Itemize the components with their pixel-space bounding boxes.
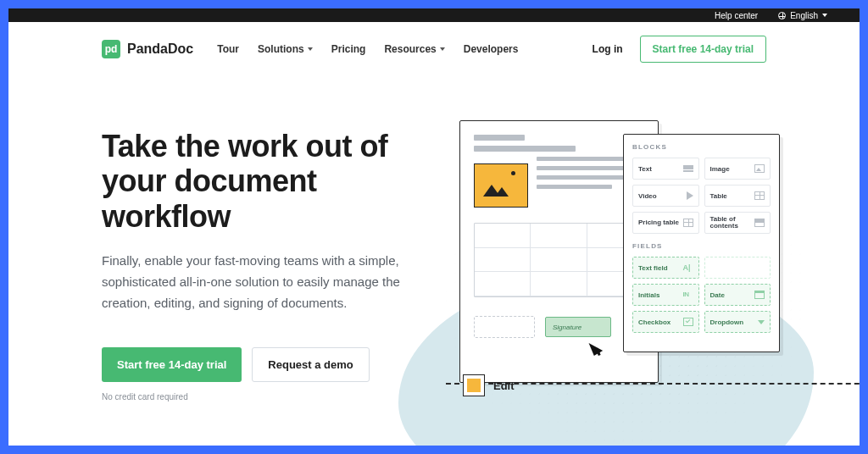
nav-start-trial-button[interactable]: Start free 14-day trial [640,36,766,63]
text-icon [683,165,693,172]
nav-tour[interactable]: Tour [217,43,239,55]
start-trial-button[interactable]: Start free 14-day trial [102,347,242,382]
nav-solutions[interactable]: Solutions [258,43,313,55]
chevron-down-icon [440,47,445,51]
edit-step-marker: Edit [463,374,515,396]
hero-headline: Take the work out of your document workf… [102,129,407,234]
language-selector[interactable]: English [778,11,827,20]
nav-menu: Tour Solutions Pricing Resources Develop… [217,43,518,55]
nav-developers[interactable]: Developers [464,43,519,55]
table-block [474,223,644,297]
signature-field[interactable]: Signature [545,317,611,337]
video-icon [687,191,693,200]
editor-side-panel: BLOCKS Text Image Video Table Pricing ta… [623,134,780,352]
edit-step-label: Edit [493,379,515,392]
checkbox-icon [683,318,693,326]
field-dropdown[interactable]: Dropdown [704,311,771,333]
field-checkbox[interactable]: Checkbox [632,311,699,333]
main-nav: pd PandaDoc Tour Solutions Pricing Resou… [8,22,860,63]
nav-pricing[interactable]: Pricing [331,43,366,55]
toc-icon [754,219,765,227]
block-image[interactable]: Image [704,158,771,180]
nav-resources[interactable]: Resources [384,43,444,55]
step-marker-icon [463,374,485,396]
initials-icon: IN [683,291,693,299]
hero-footnote: No credit card required [102,392,407,401]
dropdown-icon [758,320,765,324]
fields-heading: FIELDS [632,242,771,250]
text-field-icon: A| [683,263,693,272]
image-block-icon [474,163,528,208]
hero-illustration: Signature BLOCKS Text Image Video Table … [415,129,860,446]
logo-mark-icon: pd [102,40,120,58]
block-text[interactable]: Text [632,158,699,180]
hero-subhead: Finally, enable your fast-moving teams w… [102,251,407,313]
field-text[interactable]: Text fieldA| [632,257,699,279]
request-demo-button[interactable]: Request a demo [252,347,369,382]
calendar-icon [754,291,765,299]
signature-label: Signature [553,324,581,331]
utility-bar: Help center English [8,8,860,22]
language-label: English [790,11,818,20]
hero-copy: Take the work out of your document workf… [102,129,407,446]
login-link[interactable]: Log in [593,43,623,55]
block-toc[interactable]: Table of contents [704,212,771,234]
globe-icon [778,12,786,19]
field-date[interactable]: Date [704,284,771,306]
brand-logo[interactable]: pd PandaDoc [102,40,193,58]
table-icon [754,191,765,200]
chevron-down-icon [822,14,827,17]
empty-field-placeholder [474,316,535,338]
block-video[interactable]: Video [632,185,699,207]
pricing-table-icon [683,219,693,227]
block-table[interactable]: Table [704,185,771,207]
image-icon [754,164,765,173]
block-pricing-table[interactable]: Pricing table [632,212,699,234]
field-empty[interactable] [704,257,771,279]
field-initials[interactable]: InitialsIN [632,284,699,306]
help-center-link[interactable]: Help center [715,11,758,20]
blocks-heading: BLOCKS [632,143,771,151]
chevron-down-icon [308,47,313,51]
brand-name: PandaDoc [127,42,193,57]
